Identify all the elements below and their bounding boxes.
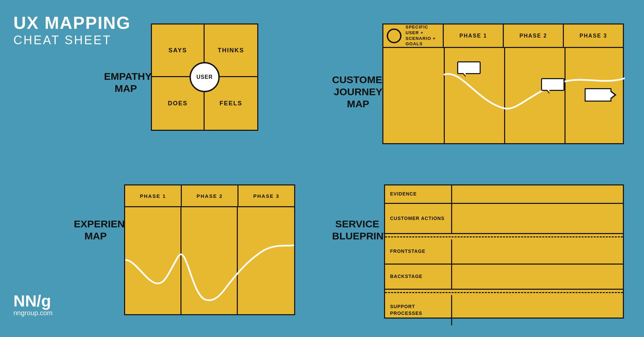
sb-grid: EVIDENCE CUSTOMER ACTIONS FRONTSTAGE BAC…: [384, 184, 624, 319]
cjm-bubble-3: [585, 88, 611, 102]
exp-phase3-header: PHASE 3: [238, 185, 294, 206]
cjm-label: CUSTOMERJOURNEYMAP: [332, 74, 384, 110]
sb-evidence-content: [452, 185, 623, 204]
sb-backstage-row: BACKSTAGE: [385, 265, 623, 290]
cjm-phase2-header: PHASE 2: [504, 24, 564, 47]
exp-journey-curve: [125, 207, 294, 314]
exp-phase2-header: PHASE 2: [182, 185, 238, 206]
sb-support-content: [452, 295, 623, 325]
exp-grid: PHASE 1 PHASE 2 PHASE 3: [124, 184, 295, 315]
cjm-header-user: SPECIFIC USER + SCENARIO + GOALS: [383, 24, 444, 47]
exp-map-label: EXPERIENCEMAP: [74, 218, 117, 242]
empathy-grid: SAYS THINKS DOES FEELS USER: [151, 23, 258, 131]
empathy-feels-label: FEELS: [219, 100, 242, 107]
cjm-bubble-1: [457, 61, 481, 74]
sb-customer-actions-row: CUSTOMER ACTIONS: [385, 204, 623, 234]
sb-frontstage-row: FRONTSTAGE: [385, 239, 623, 265]
nng-text: NN/g: [13, 293, 53, 309]
empathy-map-label: EMPATHY MAP: [104, 70, 148, 95]
nng-url: nngroup.com: [13, 309, 53, 317]
user-label: USER: [197, 74, 213, 80]
sb-backstage-label: BACKSTAGE: [385, 265, 452, 289]
cjm-body: [383, 48, 623, 143]
empathy-says-label: SAYS: [168, 47, 187, 54]
sb-evidence-label: EVIDENCE: [385, 185, 452, 203]
exp-header-row: PHASE 1 PHASE 2 PHASE 3: [125, 185, 294, 207]
cjm-user-text: SPECIFIC USER + SCENARIO + GOALS: [406, 24, 439, 47]
cjm-header-row: SPECIFIC USER + SCENARIO + GOALS PHASE 1…: [383, 24, 623, 48]
empathy-thinks-label: THINKS: [218, 47, 244, 54]
sb-backstage-content: [452, 265, 623, 289]
exp-map-container: EXPERIENCEMAP PHASE 1 PHASE 2 PHASE 3: [74, 178, 302, 325]
cjm-container: CUSTOMERJOURNEYMAP SPECIFIC USER + SCENA…: [329, 17, 631, 151]
sb-customer-actions-content: [452, 204, 623, 233]
empathy-map-container: EMPATHY MAP SAYS THINKS DOES FEELS USER: [101, 17, 258, 144]
cjm-phase1-header: PHASE 1: [444, 24, 504, 47]
sb-support-row: SUPPORT PROCESSES: [385, 295, 623, 325]
cjm-grid: SPECIFIC USER + SCENARIO + GOALS PHASE 1…: [382, 23, 624, 144]
exp-phase1-header: PHASE 1: [125, 185, 182, 206]
sb-frontstage-content: [452, 239, 623, 264]
user-circle: USER: [190, 62, 220, 92]
exp-body: [125, 207, 294, 314]
cjm-user-icon: [387, 29, 401, 43]
nng-logo: NN/g nngroup.com: [13, 293, 53, 317]
sb-evidence-row: EVIDENCE: [385, 185, 623, 204]
sb-dashed-line-2: [385, 290, 623, 295]
sb-customer-actions-label: CUSTOMER ACTIONS: [385, 204, 452, 233]
sb-label: SERVICEBLUEPRINT: [332, 218, 382, 242]
sb-container: SERVICEBLUEPRINT EVIDENCE CUSTOMER ACTIO…: [329, 178, 631, 325]
sb-support-label: SUPPORT PROCESSES: [385, 295, 452, 325]
cjm-bubble-2: [541, 78, 565, 91]
sb-dashed-line-1: [385, 234, 623, 239]
empathy-does-label: DOES: [168, 100, 187, 107]
cjm-phase3-header: PHASE 3: [564, 24, 623, 47]
sb-frontstage-label: FRONTSTAGE: [385, 239, 452, 264]
